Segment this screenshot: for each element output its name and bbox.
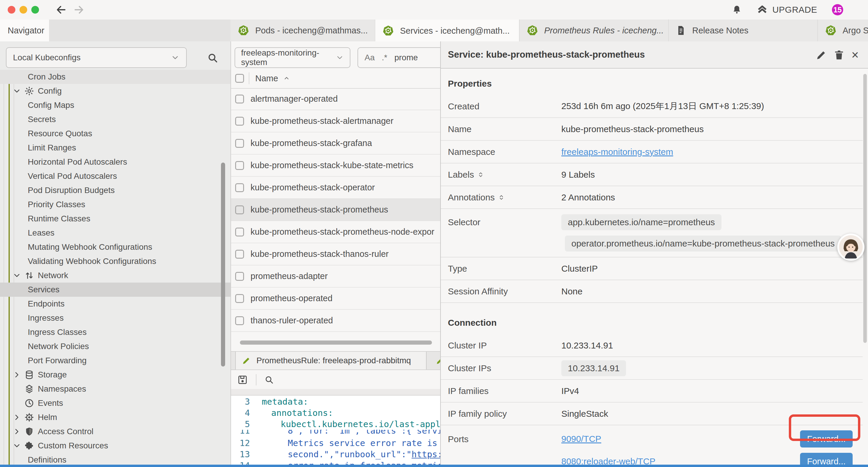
table-row[interactable]: kube-prometheus-stack-kube-state-metrics [231,154,441,177]
minimize-window-button[interactable] [20,6,27,13]
sidebar-item-vertical-pod-autoscalers[interactable]: Vertical Pod Autoscalers [0,169,230,183]
table-row[interactable]: prometheus-operated [231,288,441,310]
table-row[interactable]: kube-prometheus-stack-grafana [231,133,441,154]
chevron-down-icon[interactable] [12,271,21,280]
close-panel-icon[interactable]: × [851,49,863,61]
row-checkbox[interactable] [235,316,244,325]
expand-collapse-icon[interactable] [498,194,505,201]
editor-tab-stub[interactable] [431,352,441,370]
table-row[interactable]: kube-prometheus-stack-thanos-ruler [231,243,441,265]
table-row[interactable]: kube-prometheus-stack-prometheus-node-ex… [231,221,441,243]
editor-search-icon[interactable] [264,375,274,385]
namespace-link[interactable]: freeleaps-monitoring-system [561,147,673,157]
table-row[interactable]: kube-prometheus-stack-operator [231,177,441,199]
window-bottom-accent-bar [0,465,868,467]
row-checkbox[interactable] [235,272,244,281]
upgrade-chevrons-icon[interactable] [756,4,768,16]
chevron-right-icon[interactable] [12,370,21,379]
sidebar-item-access-control[interactable]: Access Control [0,425,230,439]
chevron-down-icon[interactable] [12,441,21,450]
row-checkbox[interactable] [235,294,244,303]
tab-prometheus-rules[interactable]: Prometheus Rules - icecheng... [519,20,669,41]
row-checkbox[interactable] [235,183,244,192]
upgrade-button[interactable]: UPGRADE [772,5,817,15]
table-row[interactable]: alertmanager-operated [231,88,441,110]
sidebar-item-endpoints[interactable]: Endpoints [0,297,230,311]
sort-ascending-icon[interactable] [283,75,290,82]
sidebar-item-mutating-webhook-configurations[interactable]: Mutating Webhook Configurations [0,240,230,254]
sidebar-item-cron-jobs[interactable]: Cron Jobs [0,70,230,84]
runbook-url-link[interactable]: https://net [411,449,441,459]
chevron-down-icon[interactable] [12,87,21,95]
sidebar-search-icon[interactable] [207,52,219,64]
sidebar-item-port-forwarding[interactable]: Port Forwarding [0,353,230,368]
port-link-9090[interactable]: 9090/TCP [561,434,601,444]
tab-pods[interactable]: Pods - icecheng@mathmas... [230,20,375,41]
sidebar-item-network[interactable]: Network [0,268,230,283]
yaml-editor[interactable]: 3metadata: 4annotations: 5kubectl.kubern… [231,396,441,467]
sidebar-scrollbar[interactable] [221,163,225,367]
tab-argo[interactable]: Argo Se [818,20,868,41]
sidebar-item-services[interactable]: Services [0,283,230,297]
match-case-icon[interactable]: Aa [365,53,375,62]
close-window-button[interactable] [8,6,16,13]
row-checkbox[interactable] [235,250,244,259]
table-row[interactable]: thanos-ruler-operated [231,310,441,332]
regex-icon[interactable]: .* [382,53,387,62]
select-all-checkbox[interactable] [235,74,244,83]
table-row[interactable]: prometheus-adapter [231,265,441,288]
sidebar-item-resource-quotas[interactable]: Resource Quotas [0,126,230,141]
row-checkbox[interactable] [235,117,244,126]
table-row[interactable]: kube-prometheus-stack-alertmanager [231,110,441,133]
panel-scrollbar[interactable] [863,74,867,343]
sidebar-item-namespaces[interactable]: Namespaces [0,382,230,396]
delete-trash-icon[interactable] [833,49,845,61]
sidebar-item-limit-ranges[interactable]: Limit Ranges [0,141,230,155]
row-checkbox[interactable] [235,139,244,148]
navigator-panel-tab[interactable]: Navigator [0,20,49,41]
sidebar-item-custom-resources[interactable]: Custom Resources [0,439,230,453]
edit-pencil-icon[interactable] [815,49,827,61]
back-arrow-icon[interactable] [56,4,67,16]
tab-release-notes[interactable]: Release Notes [669,20,818,41]
save-icon[interactable] [237,374,248,385]
sidebar-item-horizontal-pod-autoscalers[interactable]: Horizontal Pod Autoscalers [0,155,230,169]
sidebar-item-ingress-classes[interactable]: Ingress Classes [0,325,230,339]
table-row-selected[interactable]: kube-prometheus-stack-prometheus [231,199,441,221]
sidebar-item-ingresses[interactable]: Ingresses [0,311,230,325]
sidebar-item-network-policies[interactable]: Network Policies [0,339,230,353]
row-checkbox[interactable] [235,161,244,170]
sidebar-item-events[interactable]: Events [0,396,230,410]
chevron-right-icon[interactable] [12,413,21,422]
row-checkbox[interactable] [235,205,244,214]
avatar[interactable] [837,233,864,261]
sidebar-item-runtime-classes[interactable]: Runtime Classes [0,212,230,226]
sidebar-item-validating-webhook-configurations[interactable]: Validating Webhook Configurations [0,254,230,268]
tab-services-active[interactable]: Services - icecheng@math... × [375,20,519,42]
maximize-window-button[interactable] [31,6,39,13]
notifications-bell-icon[interactable] [732,4,742,15]
sidebar-item-config-maps[interactable]: Config Maps [0,98,230,112]
cluster-ip-chip[interactable]: 10.233.14.91 [561,360,626,376]
forward-arrow-icon[interactable] [73,4,85,16]
sidebar-item-helm[interactable]: Helm [0,410,230,425]
chevron-right-icon[interactable] [12,427,21,436]
kubeconfig-context-selector[interactable]: Local Kubeconfigs [6,47,187,68]
sidebar-item-leases[interactable]: Leases [0,226,230,240]
row-checkbox[interactable] [235,228,244,236]
notification-count-badge[interactable]: 15 [832,4,843,16]
expand-collapse-icon[interactable] [477,171,485,178]
selector-chip[interactable]: app.kubernetes.io/name=prometheus [561,214,721,230]
horizontal-scrollbar[interactable] [240,341,432,345]
sidebar-item-config[interactable]: Config [0,84,230,98]
editor-tab-prometheusrule[interactable]: PrometheusRule: freeleaps-prod-rabbitmq [235,352,427,370]
row-checkbox[interactable] [235,95,244,104]
list-search-input[interactable]: Aa .* prome [358,47,441,68]
sidebar-item-secrets[interactable]: Secrets [0,112,230,126]
name-column-header[interactable]: Name [255,74,278,83]
sidebar-item-storage[interactable]: Storage [0,368,230,382]
sidebar-item-priority-classes[interactable]: Priority Classes [0,198,230,212]
namespace-filter-dropdown[interactable]: freeleaps-monitoring-system [235,47,350,68]
sidebar-item-pod-disruption-budgets[interactable]: Pod Disruption Budgets [0,183,230,198]
selector-chip[interactable]: operator.prometheus.io/name=kube-prometh… [565,236,841,252]
